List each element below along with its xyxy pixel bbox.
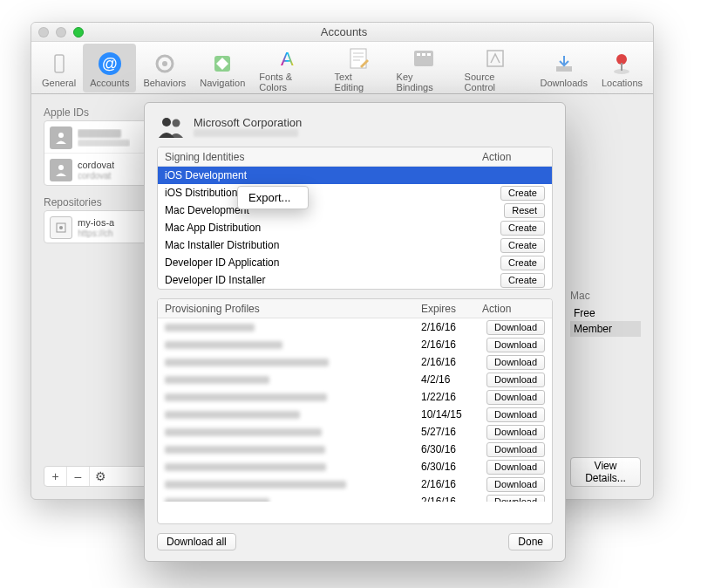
- person-icon: [50, 126, 72, 149]
- tab-downloads[interactable]: Downloads: [533, 44, 594, 92]
- close-window-button[interactable]: [38, 27, 49, 38]
- profile-name: [165, 428, 421, 436]
- download-all-button[interactable]: Download all: [157, 533, 236, 550]
- tab-key-bindings[interactable]: Key Bindings: [390, 44, 458, 92]
- identity-name: Developer ID Application: [165, 256, 482, 269]
- signing-identity-row[interactable]: Developer ID InstallerCreate: [158, 271, 552, 289]
- tab-source-control[interactable]: Source Control: [458, 44, 534, 92]
- provisioning-profile-row[interactable]: 2/16/16Download: [158, 475, 552, 493]
- download-button[interactable]: Download: [486, 477, 545, 492]
- apple-id-item[interactable]: cordovatcordovat: [44, 153, 147, 185]
- reset-button[interactable]: Reset: [504, 203, 545, 218]
- download-button[interactable]: Download: [486, 390, 545, 405]
- header-name: Provisioning Profiles: [165, 303, 421, 315]
- tab-accounts[interactable]: @ Accounts: [83, 44, 136, 92]
- download-button[interactable]: Download: [486, 460, 545, 475]
- create-button[interactable]: Create: [500, 221, 545, 236]
- signing-identity-row[interactable]: iOS DistributionCreate: [158, 184, 552, 202]
- profile-name: [165, 463, 421, 471]
- apple-id-item[interactable]: [44, 121, 147, 153]
- provisioning-profile-row[interactable]: 2/16/16Download: [158, 318, 552, 336]
- create-button[interactable]: Create: [500, 273, 545, 288]
- minimize-window-button[interactable]: [56, 27, 66, 38]
- role-member[interactable]: Member: [570, 321, 641, 337]
- identity-name: Mac App Distribution: [165, 222, 482, 234]
- profile-name: [165, 481, 421, 489]
- view-details-button[interactable]: View Details...: [570, 457, 641, 487]
- provisioning-scroll[interactable]: 2/16/16Download2/16/16Download2/16/16Dow…: [158, 318, 552, 502]
- gear-icon: [151, 50, 179, 78]
- add-button[interactable]: +: [44, 467, 67, 486]
- profile-expires: 2/16/16: [421, 478, 482, 490]
- repository-item[interactable]: my-ios-ahttps://ch: [44, 211, 147, 243]
- profile-action-cell: Download: [482, 407, 545, 422]
- provisioning-profile-row[interactable]: 1/22/16Download: [158, 388, 552, 406]
- create-button[interactable]: Create: [500, 256, 545, 270]
- signing-identity-row[interactable]: Mac Installer DistributionCreate: [158, 236, 552, 254]
- provisioning-profile-row[interactable]: 2/16/16Download: [158, 336, 552, 353]
- provisioning-profile-row[interactable]: 4/2/16Download: [158, 371, 552, 388]
- profile-expires: 5/27/16: [421, 426, 482, 438]
- repositories-list: my-ios-ahttps://ch: [44, 210, 148, 243]
- download-button[interactable]: Download: [486, 373, 545, 387]
- provisioning-profile-row[interactable]: 6/30/16Download: [158, 441, 552, 458]
- profile-name: [165, 498, 421, 503]
- source-control-icon: [481, 45, 509, 72]
- create-button[interactable]: Create: [500, 238, 545, 253]
- export-menu-item[interactable]: Export...: [238, 189, 308, 206]
- provisioning-profile-row[interactable]: 2/16/16Download: [158, 493, 552, 502]
- download-button[interactable]: Download: [486, 320, 545, 335]
- provisioning-profile-row[interactable]: 2/16/16Download: [158, 353, 552, 371]
- signing-identity-row[interactable]: Mac DevelopmentReset: [158, 202, 552, 219]
- download-button[interactable]: Download: [486, 425, 545, 440]
- signing-identity-row[interactable]: Mac App DistributionCreate: [158, 219, 552, 236]
- org-header: Microsoft Corporation: [157, 113, 553, 140]
- zoom-window-button[interactable]: [73, 27, 84, 38]
- context-menu: Export...: [237, 186, 309, 209]
- signing-identity-row[interactable]: Developer ID ApplicationCreate: [158, 254, 552, 271]
- tab-text-editing[interactable]: Text Editing: [328, 44, 390, 92]
- download-button[interactable]: Download: [486, 338, 545, 352]
- remove-button[interactable]: –: [67, 467, 90, 486]
- download-button[interactable]: Download: [486, 495, 545, 503]
- svg-text:A: A: [281, 48, 294, 70]
- tab-label: Accounts: [90, 78, 129, 88]
- svg-rect-11: [414, 51, 433, 66]
- profile-expires: 4/2/16: [421, 373, 482, 386]
- profile-expires: 6/30/16: [421, 443, 482, 455]
- provisioning-profile-row[interactable]: 10/14/15Download: [158, 406, 552, 423]
- role-free[interactable]: Free: [570, 305, 641, 321]
- tab-navigation[interactable]: Navigation: [193, 44, 252, 92]
- tab-fonts-colors[interactable]: A Fonts & Colors: [252, 44, 327, 92]
- tab-locations[interactable]: Locations: [595, 44, 650, 92]
- profile-name: [165, 376, 421, 384]
- profile-action-cell: Download: [482, 495, 545, 503]
- profile-expires: 2/16/16: [421, 338, 482, 351]
- at-icon: @: [96, 50, 124, 78]
- download-button[interactable]: Download: [486, 355, 545, 370]
- tab-label: Locations: [602, 78, 643, 88]
- svg-rect-0: [55, 55, 64, 72]
- create-button[interactable]: Create: [500, 186, 545, 201]
- person-icon: [50, 159, 72, 181]
- signing-identity-row[interactable]: iOS Development: [158, 167, 552, 184]
- profile-name: [165, 324, 421, 332]
- tab-behaviors[interactable]: Behaviors: [136, 44, 193, 92]
- actions-gear-button[interactable]: ⚙: [90, 467, 147, 486]
- team-icon: [157, 113, 185, 140]
- tab-general[interactable]: General: [35, 44, 83, 92]
- provisioning-profile-row[interactable]: 5/27/16Download: [158, 423, 552, 441]
- navigation-icon: [208, 50, 236, 78]
- download-button[interactable]: Download: [486, 407, 545, 422]
- repo-icon: [50, 216, 72, 239]
- download-button[interactable]: Download: [486, 442, 545, 457]
- provisioning-profile-row[interactable]: 6/30/16Download: [158, 458, 552, 475]
- identity-name: Mac Installer Distribution: [165, 239, 482, 251]
- titlebar[interactable]: Accounts: [31, 23, 653, 42]
- tab-label: Navigation: [200, 78, 245, 88]
- tab-label: Downloads: [540, 78, 587, 88]
- profile-action-cell: Download: [482, 373, 545, 387]
- apple-id-name: cordovat: [78, 160, 114, 171]
- header-expires: Expires: [421, 303, 482, 315]
- done-button[interactable]: Done: [508, 533, 553, 550]
